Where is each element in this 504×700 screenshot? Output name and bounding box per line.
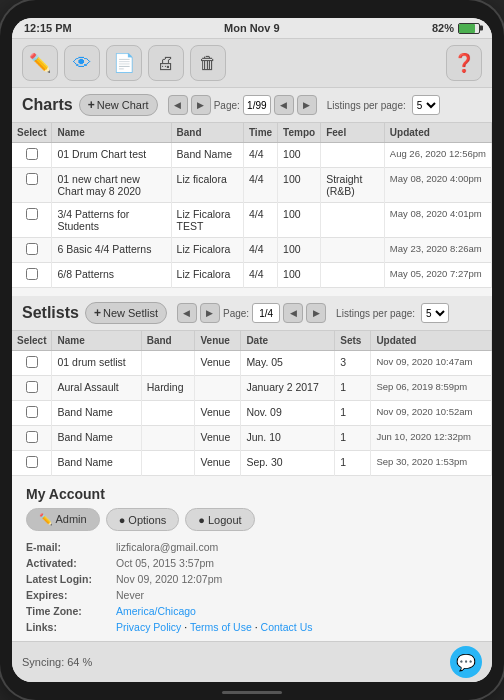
- setlists-page-go-left[interactable]: ◀: [283, 303, 303, 323]
- setlist-row[interactable]: Aural Assault Harding January 2 2017 1 S…: [12, 376, 492, 401]
- setlists-col-select: Select: [12, 331, 52, 351]
- chart-time: 4/4: [243, 143, 277, 168]
- account-login-label: Latest Login:: [26, 573, 116, 585]
- chart-band: Liz Ficalora: [171, 238, 243, 263]
- account-email-row: E-mail: lizficalora@gmail.com: [26, 539, 478, 555]
- setlist-name: Band Name: [52, 426, 141, 451]
- chart-select[interactable]: [12, 143, 52, 168]
- status-bar: 12:15 PM Mon Nov 9 82%: [12, 18, 492, 39]
- setlists-table-header-row: Select Name Band Venue Date Sets Updated: [12, 331, 492, 351]
- setlist-select[interactable]: [12, 401, 52, 426]
- new-setlist-button[interactable]: New Setlist: [85, 302, 167, 324]
- charts-prev-btn[interactable]: ◀: [168, 95, 188, 115]
- setlist-venue: Venue: [195, 426, 241, 451]
- status-time: 12:15 PM: [24, 22, 72, 34]
- delete-button[interactable]: 🗑: [190, 45, 226, 81]
- setlists-prev-btn[interactable]: ◀: [177, 303, 197, 323]
- setlist-select[interactable]: [12, 376, 52, 401]
- chart-time: 4/4: [243, 168, 277, 203]
- setlist-row[interactable]: Band Name Venue Nov. 09 1 Nov 09, 2020 1…: [12, 401, 492, 426]
- account-tab-admin[interactable]: ✏️ Admin: [26, 508, 100, 531]
- home-indicator: [222, 691, 282, 694]
- setlist-name: Band Name: [52, 401, 141, 426]
- chart-row[interactable]: 6/8 Patterns Liz Ficalora 4/4 100 May 05…: [12, 263, 492, 288]
- setlist-row[interactable]: 01 drum setlist Venue May. 05 3 Nov 09, …: [12, 351, 492, 376]
- account-activated-label: Activated:: [26, 557, 116, 569]
- charts-section-header: Charts New Chart ◀ ▶ Page: ◀ ▶ Listings …: [12, 88, 492, 123]
- chart-feel: [321, 263, 385, 288]
- setlist-band: [141, 426, 195, 451]
- charts-col-tempo: Tempo: [278, 123, 321, 143]
- account-activated-value: Oct 05, 2015 3:57pm: [116, 557, 214, 569]
- setlists-table: Select Name Band Venue Date Sets Updated…: [12, 331, 492, 476]
- chart-updated: Aug 26, 2020 12:56pm: [384, 143, 491, 168]
- edit-button[interactable]: ✏️: [22, 45, 58, 81]
- chart-feel: [321, 238, 385, 263]
- chart-row[interactable]: 3/4 Patterns for Students Liz Ficalora T…: [12, 203, 492, 238]
- chart-select[interactable]: [12, 263, 52, 288]
- setlist-row[interactable]: Band Name Venue Jun. 10 1 Jun 10, 2020 1…: [12, 426, 492, 451]
- account-links-label: Links:: [26, 621, 116, 633]
- setlist-select[interactable]: [12, 451, 52, 476]
- setlist-sets: 3: [335, 351, 371, 376]
- account-tab-logout[interactable]: ● Logout: [185, 508, 254, 531]
- account-expires-row: Expires: Never: [26, 587, 478, 603]
- setlist-date: January 2 2017: [241, 376, 335, 401]
- setlists-page-input[interactable]: [252, 303, 280, 323]
- chart-tempo: 100: [278, 143, 321, 168]
- chart-select[interactable]: [12, 168, 52, 203]
- contact-link[interactable]: Contact Us: [261, 621, 313, 633]
- terms-link[interactable]: Terms of Use: [190, 621, 252, 633]
- chart-band: Liz Ficalora TEST: [171, 203, 243, 238]
- setlist-updated: Nov 09, 2020 10:52am: [371, 401, 492, 426]
- account-timezone-value[interactable]: America/Chicago: [116, 605, 196, 617]
- chart-time: 4/4: [243, 263, 277, 288]
- charts-page-go-right[interactable]: ▶: [297, 95, 317, 115]
- setlists-col-band: Band: [141, 331, 195, 351]
- setlists-listings-select[interactable]: 51025: [421, 303, 449, 323]
- setlists-col-updated: Updated: [371, 331, 492, 351]
- charts-page-controls: ◀ ▶ Page: ◀ ▶: [168, 95, 317, 115]
- help-button[interactable]: ❓: [446, 45, 482, 81]
- chart-row[interactable]: 01 new chart new Chart may 8 2020 Liz fi…: [12, 168, 492, 203]
- setlists-next-btn[interactable]: ▶: [200, 303, 220, 323]
- charts-page-input[interactable]: [243, 95, 271, 115]
- charts-next-btn[interactable]: ▶: [191, 95, 211, 115]
- status-date: Mon Nov 9: [224, 22, 280, 34]
- setlists-listings-label: Listings per page:: [336, 308, 415, 319]
- setlist-band: [141, 351, 195, 376]
- chart-select[interactable]: [12, 238, 52, 263]
- chart-row[interactable]: 01 Drum Chart test Band Name 4/4 100 Aug…: [12, 143, 492, 168]
- account-tab-options[interactable]: ● Options: [106, 508, 180, 531]
- charts-col-band: Band: [171, 123, 243, 143]
- chart-name: 01 Drum Chart test: [52, 143, 171, 168]
- account-timezone-label: Time Zone:: [26, 605, 116, 617]
- charts-table-body: 01 Drum Chart test Band Name 4/4 100 Aug…: [12, 143, 492, 288]
- chart-updated: May 08, 2020 4:00pm: [384, 168, 491, 203]
- setlists-table-body: 01 drum setlist Venue May. 05 3 Nov 09, …: [12, 351, 492, 476]
- setlist-select[interactable]: [12, 426, 52, 451]
- setlists-page-go-right[interactable]: ▶: [306, 303, 326, 323]
- account-expires-value: Never: [116, 589, 144, 601]
- setlist-row[interactable]: Band Name Venue Sep. 30 1 Sep 30, 2020 1…: [12, 451, 492, 476]
- new-chart-button[interactable]: New Chart: [79, 94, 158, 116]
- setlist-select[interactable]: [12, 351, 52, 376]
- view-button[interactable]: 👁: [64, 45, 100, 81]
- chart-tempo: 100: [278, 203, 321, 238]
- chart-time: 4/4: [243, 238, 277, 263]
- charts-col-select: Select: [12, 123, 52, 143]
- battery-icon: [458, 23, 480, 34]
- pdf-button[interactable]: 📄: [106, 45, 142, 81]
- charts-page-go-left[interactable]: ◀: [274, 95, 294, 115]
- chart-name: 3/4 Patterns for Students: [52, 203, 171, 238]
- chart-feel: [321, 143, 385, 168]
- privacy-policy-link[interactable]: Privacy Policy: [116, 621, 181, 633]
- print-button[interactable]: 🖨: [148, 45, 184, 81]
- chart-select[interactable]: [12, 203, 52, 238]
- chart-feel: [321, 203, 385, 238]
- account-expires-label: Expires:: [26, 589, 116, 601]
- chart-row[interactable]: 6 Basic 4/4 Patterns Liz Ficalora 4/4 10…: [12, 238, 492, 263]
- charts-listings-select[interactable]: 51025: [412, 95, 440, 115]
- chat-button[interactable]: 💬: [450, 646, 482, 678]
- account-title: My Account: [26, 486, 478, 502]
